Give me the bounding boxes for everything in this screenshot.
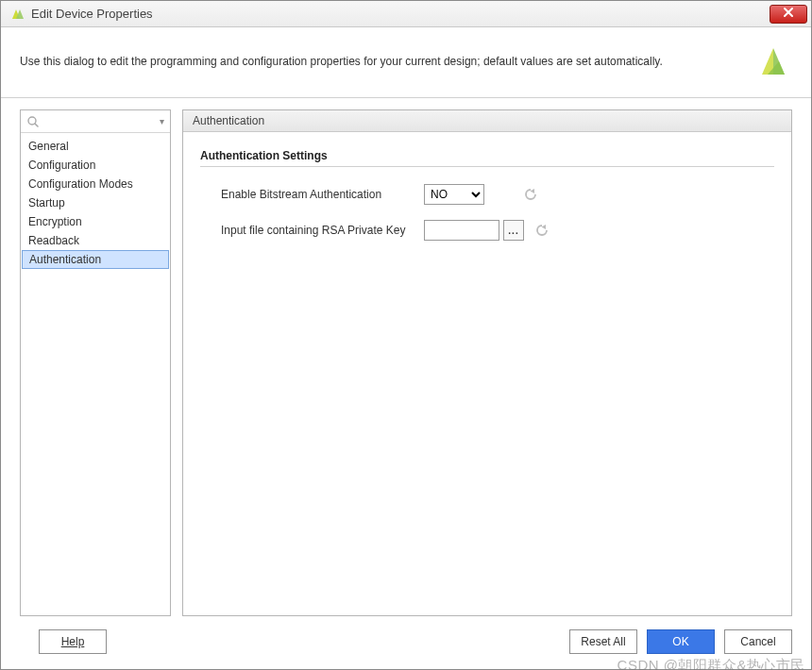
description-row: Use this dialog to edit the programming … <box>1 27 811 97</box>
watermark-text: CSDN @朝阳群众&热心市民 <box>617 657 811 670</box>
search-icon <box>26 115 40 128</box>
app-icon <box>8 7 24 22</box>
svg-line-6 <box>35 124 38 126</box>
sidebar-item-encryption[interactable]: Encryption <box>21 212 170 231</box>
main-header: Authentication <box>183 110 791 132</box>
cancel-button[interactable]: Cancel <box>724 629 792 654</box>
reset-all-button[interactable]: Reset All <box>569 629 637 654</box>
sidebar-item-readback[interactable]: Readback <box>21 231 170 250</box>
search-dropdown-icon[interactable]: ▾ <box>160 116 164 126</box>
label-rsa-key-file: Input file containing RSA Private Key <box>221 224 424 237</box>
window-title: Edit Device Properties <box>29 7 770 21</box>
sidebar-item-configuration[interactable]: Configuration <box>21 156 170 175</box>
brand-icon <box>754 42 792 80</box>
close-icon <box>783 7 794 21</box>
dialog-body: ▾ GeneralConfigurationConfiguration Mode… <box>1 98 811 616</box>
sidebar-list: GeneralConfigurationConfiguration ModesS… <box>21 133 170 615</box>
input-rsa-key-file[interactable] <box>424 220 499 241</box>
help-button[interactable]: Help <box>39 629 107 654</box>
row-enable-bitstream-auth: Enable Bitstream Authentication NOYES <box>200 184 774 205</box>
description-text: Use this dialog to edit the programming … <box>20 55 743 68</box>
dialog-window: Edit Device Properties Use this dialog t… <box>0 0 812 670</box>
section-title: Authentication Settings <box>200 149 774 162</box>
sidebar-item-authentication[interactable]: Authentication <box>22 250 169 269</box>
dialog-footer: Help Reset All OK Cancel CSDN @朝阳群众&热心市民 <box>1 616 811 669</box>
title-bar: Edit Device Properties <box>1 1 811 27</box>
sidebar: ▾ GeneralConfigurationConfiguration Mode… <box>20 109 171 616</box>
select-enable-bitstream-auth[interactable]: NOYES <box>424 184 484 205</box>
ok-button[interactable]: OK <box>647 629 715 654</box>
row-rsa-key-file: Input file containing RSA Private Key ..… <box>200 220 774 241</box>
sidebar-item-configuration-modes[interactable]: Configuration Modes <box>21 175 170 193</box>
close-button[interactable] <box>770 5 807 24</box>
section-divider <box>200 166 774 167</box>
refresh-icon[interactable] <box>522 186 539 203</box>
refresh-icon[interactable] <box>533 222 550 239</box>
main-body: Authentication Settings Enable Bitstream… <box>183 132 791 615</box>
browse-button[interactable]: ... <box>503 220 524 241</box>
sidebar-item-startup[interactable]: Startup <box>21 193 170 212</box>
help-button-label: Help <box>61 635 85 648</box>
search-input[interactable] <box>42 114 158 129</box>
svg-marker-8 <box>542 225 547 229</box>
sidebar-item-general[interactable]: General <box>21 137 170 156</box>
label-enable-bitstream-auth: Enable Bitstream Authentication <box>221 188 424 201</box>
svg-marker-7 <box>531 189 535 193</box>
main-panel: Authentication Authentication Settings E… <box>182 109 792 616</box>
sidebar-search: ▾ <box>21 110 170 133</box>
